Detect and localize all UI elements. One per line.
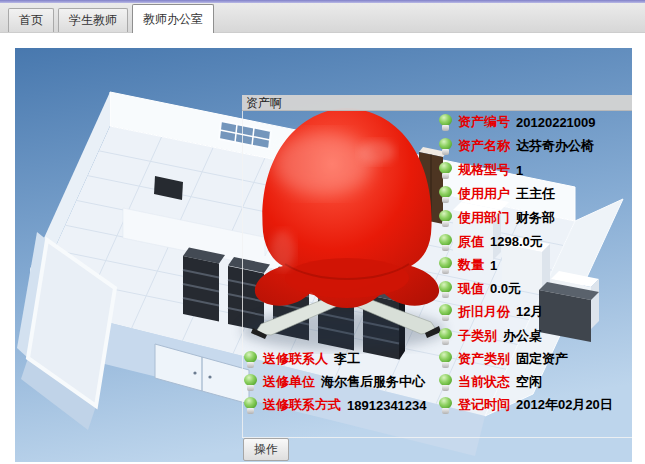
field-value: 12月: [516, 303, 543, 321]
field-label: 折旧月份: [458, 303, 510, 321]
asset-panel-bottom-border: [242, 437, 632, 438]
lightbulb-head: [439, 328, 452, 340]
repair-field-row: 送修单位海尔售后服务中心: [244, 373, 425, 391]
field-label: 使用用户: [458, 185, 510, 203]
field-value: 2012年02月20日: [516, 396, 613, 414]
lightbulb-icon[interactable]: [244, 397, 257, 414]
lightbulb-head: [439, 210, 452, 222]
asset-field-row: 资产类别固定资产: [439, 350, 568, 368]
asset-field-row: 子类别办公桌: [439, 327, 542, 345]
lightbulb-head: [439, 374, 452, 386]
lightbulb-base: [442, 268, 449, 274]
lightbulb-head: [439, 114, 452, 126]
repair-field-row: 送修联系人李工: [244, 350, 360, 368]
field-value: 王主任: [516, 185, 555, 203]
field-label: 现值: [458, 280, 484, 298]
action-button[interactable]: 操作: [243, 438, 289, 461]
field-label: 登记时间: [458, 396, 510, 414]
lightbulb-base: [442, 197, 449, 203]
lightbulb-head: [439, 304, 452, 316]
lightbulb-icon[interactable]: [439, 234, 452, 251]
lightbulb-icon[interactable]: [439, 162, 452, 179]
lightbulb-head: [439, 257, 452, 269]
field-value: 0.0元: [490, 280, 521, 298]
app-window: 首页 学生教师 教师办公室: [0, 0, 645, 464]
field-label: 资产类别: [458, 350, 510, 368]
lightbulb-base: [247, 408, 254, 414]
lightbulb-base: [247, 385, 254, 391]
field-label: 当前状态: [458, 373, 510, 391]
field-value: 1: [516, 163, 523, 178]
field-value: 空闲: [516, 373, 542, 391]
lightbulb-base: [442, 125, 449, 131]
field-label: 送修联系方式: [263, 396, 341, 414]
lightbulb-icon[interactable]: [439, 281, 452, 298]
lightbulb-icon[interactable]: [439, 304, 452, 321]
field-label: 原值: [458, 233, 484, 251]
field-value: 1298.0元: [490, 233, 543, 251]
asset-panel-left-border: [242, 111, 243, 437]
lightbulb-icon[interactable]: [244, 351, 257, 368]
field-value: 20120221009: [516, 115, 596, 130]
lightbulb-icon[interactable]: [439, 114, 452, 131]
lightbulb-icon[interactable]: [244, 374, 257, 391]
lightbulb-base: [442, 339, 449, 345]
lightbulb-icon[interactable]: [439, 374, 452, 391]
repair-field-row: 送修联系方式18912341234: [244, 396, 427, 414]
lightbulb-head: [439, 186, 452, 198]
asset-field-row: 资产名称达芬奇办公椅: [439, 137, 594, 155]
lightbulb-base: [442, 315, 449, 321]
office-3d-scene[interactable]: 资产啊 操作 资产编号20120221009 资产名称达芬奇办公椅 规格型号1 …: [15, 48, 632, 462]
field-label: 数量: [458, 256, 484, 274]
tab-label: 教师办公室: [143, 12, 203, 26]
asset-field-row: 登记时间2012年02月20日: [439, 396, 613, 414]
main-content: 资产啊 操作 资产编号20120221009 资产名称达芬奇办公椅 规格型号1 …: [0, 33, 645, 464]
lightbulb-head: [439, 162, 452, 174]
lightbulb-base: [442, 245, 449, 251]
field-value: 固定资产: [516, 350, 568, 368]
asset-field-row: 数量1: [439, 256, 497, 274]
lightbulb-base: [442, 362, 449, 368]
field-label: 送修单位: [263, 373, 315, 391]
asset-field-row: 原值1298.0元: [439, 233, 543, 251]
lightbulb-icon[interactable]: [439, 351, 452, 368]
tab-teacher-office[interactable]: 教师办公室: [132, 4, 214, 33]
lightbulb-icon[interactable]: [439, 186, 452, 203]
tab-label: 首页: [19, 13, 43, 27]
lightbulb-icon[interactable]: [439, 397, 452, 414]
tab-home[interactable]: 首页: [8, 8, 54, 32]
tab-label: 学生教师: [69, 13, 117, 27]
tab-students-teachers[interactable]: 学生教师: [58, 8, 128, 32]
field-value: 财务部: [516, 209, 555, 227]
field-label: 使用部门: [458, 209, 510, 227]
lightbulb-icon[interactable]: [439, 210, 452, 227]
lightbulb-base: [442, 408, 449, 414]
lightbulb-icon[interactable]: [439, 138, 452, 155]
asset-field-row: 资产编号20120221009: [439, 113, 596, 131]
field-value: 18912341234: [347, 398, 427, 413]
field-value: 海尔售后服务中心: [321, 373, 425, 391]
lightbulb-base: [442, 221, 449, 227]
lightbulb-base: [442, 149, 449, 155]
asset-field-row: 当前状态空闲: [439, 373, 542, 391]
asset-panel-title: 资产啊: [246, 96, 282, 110]
field-label: 资产名称: [458, 137, 510, 155]
lightbulb-icon[interactable]: [439, 257, 452, 274]
field-value: 李工: [334, 350, 360, 368]
lightbulb-base: [442, 385, 449, 391]
field-label: 送修联系人: [263, 350, 328, 368]
lightbulb-icon[interactable]: [439, 328, 452, 345]
lightbulb-base: [247, 362, 254, 368]
lightbulb-head: [439, 281, 452, 293]
lightbulb-base: [442, 173, 449, 179]
field-label: 子类别: [458, 327, 497, 345]
asset-field-row: 折旧月份12月: [439, 303, 543, 321]
field-label: 资产编号: [458, 113, 510, 131]
field-value: 办公桌: [503, 327, 542, 345]
asset-field-row: 使用部门财务部: [439, 209, 555, 227]
lightbulb-head: [439, 234, 452, 246]
lightbulb-head: [439, 138, 452, 150]
lightbulb-head: [244, 397, 257, 409]
asset-panel-titlebar: 资产啊: [242, 95, 632, 111]
lightbulb-head: [439, 351, 452, 363]
